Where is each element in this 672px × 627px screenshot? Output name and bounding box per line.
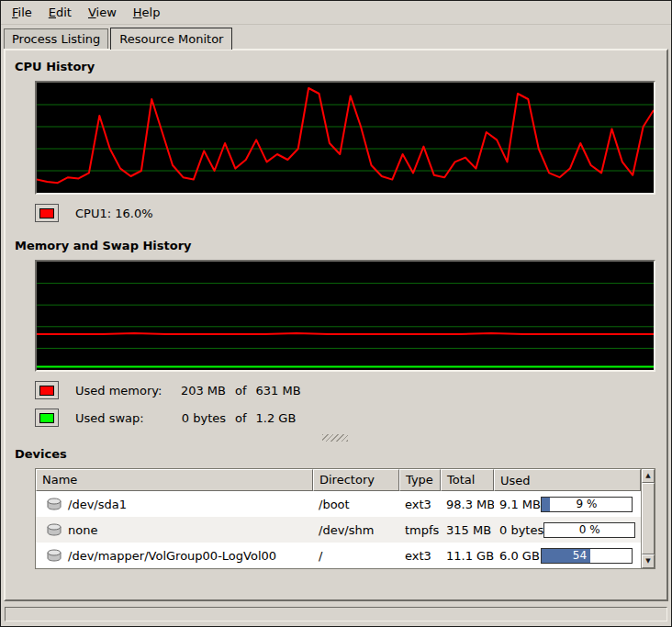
menu-bar: File Edit View Help: [1, 1, 671, 25]
tab-strip: Process Listing Resource Monitor: [1, 25, 671, 49]
column-header-total[interactable]: Total: [441, 469, 494, 491]
table-row-volgroup[interactable]: /dev/mapper/VolGroup00-LogVol00 / ext3 1…: [36, 543, 641, 568]
device-used: 9.1 MB: [499, 498, 541, 511]
used-memory-label: Used memory:: [75, 384, 169, 397]
table-row-sda1[interactable]: /dev/sda1 /boot ext3 98.3 MB 9.1 MB 9 %: [36, 491, 641, 517]
memory-swap-title: Memory and Swap History: [15, 239, 657, 252]
column-header-directory[interactable]: Directory: [313, 469, 399, 491]
arrow-up-icon: ▲: [645, 473, 650, 479]
cpu-legend: CPU1: 16.0%: [35, 204, 657, 222]
devices-title: Devices: [15, 447, 657, 461]
used-swap-color-swatch: [35, 409, 59, 427]
usage-percent-label: 9 %: [542, 498, 632, 511]
device-name: /dev/sda1: [68, 498, 127, 511]
used-memory-value: 203 MB: [169, 384, 226, 397]
device-total: 315 MB: [441, 523, 494, 537]
device-used: 0 bytes: [499, 523, 543, 537]
cpu-history-title: CPU History: [15, 60, 657, 73]
vertical-scrollbar[interactable]: ▲ ▼: [641, 469, 655, 568]
cpu-history-graph: [35, 81, 655, 195]
used-swap-of: of: [235, 411, 247, 425]
used-memory-legend: Used memory: 203 MB of 631 MB: [35, 381, 657, 399]
device-type: tmpfs: [399, 523, 441, 537]
total-memory-value: 631 MB: [256, 384, 301, 397]
scrollbar-thumb[interactable]: [642, 483, 655, 554]
device-name: /dev/mapper/VolGroup00-LogVol00: [68, 549, 276, 563]
device-used: 6.0 GB: [499, 549, 540, 563]
menu-file[interactable]: File: [5, 3, 39, 22]
usage-progress-bar: 0 %: [543, 522, 635, 538]
usage-percent-label: 54 %: [542, 549, 632, 563]
tab-process-listing[interactable]: Process Listing: [4, 28, 108, 49]
device-type: ext3: [399, 549, 441, 563]
menu-edit[interactable]: Edit: [41, 3, 79, 22]
menu-help[interactable]: Help: [126, 3, 168, 22]
usage-percent-label: 0 %: [544, 523, 634, 537]
arrow-down-icon: ▼: [645, 558, 650, 565]
table-row-none[interactable]: none /dev/shm tmpfs 315 MB 0 bytes 0 %: [36, 517, 641, 543]
disk-icon: [47, 498, 62, 510]
devices-table: Name Directory Type Total Used /dev/sda1…: [35, 468, 655, 569]
cpu1-legend-label: CPU1: 16.0%: [75, 207, 153, 220]
system-monitor-window: File Edit View Help Process Listing Reso…: [0, 0, 672, 627]
device-total: 98.3 MB: [441, 498, 494, 511]
used-memory-of: of: [235, 384, 247, 397]
tab-resource-monitor[interactable]: Resource Monitor: [110, 28, 232, 50]
column-header-name[interactable]: Name: [36, 469, 313, 491]
usage-progress-bar: 9 %: [541, 497, 633, 512]
device-directory: /dev/shm: [313, 523, 399, 537]
column-header-type[interactable]: Type: [399, 469, 441, 491]
scrollbar-track[interactable]: [642, 483, 655, 554]
used-swap-label: Used swap:: [75, 411, 169, 425]
used-swap-legend: Used swap: 0 bytes of 1.2 GB: [35, 409, 657, 427]
used-swap-value: 0 bytes: [169, 411, 226, 425]
memory-swap-graph: [35, 260, 655, 372]
cpu1-color-swatch: [35, 204, 59, 222]
device-total: 11.1 GB: [441, 549, 494, 563]
scroll-up-button[interactable]: ▲: [642, 469, 655, 483]
device-directory: /: [313, 549, 399, 563]
pane-resize-grip[interactable]: [322, 434, 348, 442]
devices-table-header: Name Directory Type Total Used: [36, 469, 641, 491]
total-swap-value: 1.2 GB: [256, 411, 297, 425]
scroll-down-button[interactable]: ▼: [642, 554, 655, 568]
disk-icon: [47, 549, 62, 562]
used-memory-color-swatch: [35, 381, 59, 399]
disk-icon: [47, 523, 62, 536]
usage-progress-bar: 54 %: [541, 548, 633, 564]
resource-monitor-panel: CPU History CPU1: 16.0% Memory and Swap …: [4, 49, 668, 601]
device-type: ext3: [399, 498, 441, 511]
column-header-used[interactable]: Used: [494, 469, 641, 491]
device-directory: /boot: [313, 498, 399, 511]
device-name: none: [68, 523, 97, 537]
menu-view[interactable]: View: [81, 3, 124, 22]
status-bar: [5, 607, 667, 621]
